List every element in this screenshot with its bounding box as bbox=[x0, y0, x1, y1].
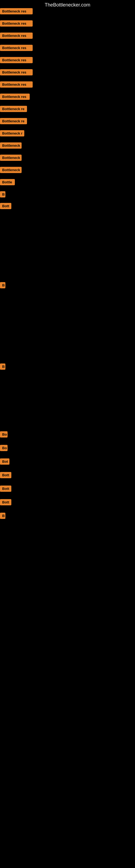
bottleneck-button-btn3[interactable]: Bottleneck res bbox=[0, 33, 33, 39]
bottleneck-button-btn23[interactable]: Bott bbox=[0, 472, 11, 478]
bottleneck-button-btn8[interactable]: Bottleneck res bbox=[0, 94, 30, 100]
bottleneck-button-btn15[interactable]: Bottle bbox=[0, 179, 15, 185]
bottleneck-button-btn2[interactable]: Bottleneck res bbox=[0, 20, 33, 27]
bottleneck-button-btn9[interactable]: Bottleneck re bbox=[0, 106, 27, 112]
bottleneck-button-btn14[interactable]: Bottleneck bbox=[0, 167, 21, 173]
bottleneck-button-btn1[interactable]: Bottleneck res bbox=[0, 8, 33, 14]
bottleneck-button-btn7[interactable]: Bottleneck res bbox=[0, 82, 33, 88]
bottleneck-button-btn18[interactable]: B bbox=[0, 282, 5, 288]
bottleneck-button-btn11[interactable]: Bottleneck r bbox=[0, 130, 24, 136]
bottleneck-button-btn26[interactable]: B bbox=[0, 513, 5, 519]
bottleneck-button-btn10[interactable]: Bottleneck re bbox=[0, 118, 27, 124]
site-title: TheBottlenecker.com bbox=[0, 0, 135, 9]
bottleneck-button-btn12[interactable]: Bottleneck bbox=[0, 143, 21, 149]
bottleneck-button-btn20[interactable]: Bo bbox=[0, 431, 8, 437]
bottleneck-button-btn24[interactable]: Bott bbox=[0, 486, 11, 492]
bottleneck-button-btn19[interactable]: B bbox=[0, 364, 5, 370]
bottleneck-button-btn16[interactable]: B bbox=[0, 191, 5, 197]
bottleneck-button-btn22[interactable]: Bot bbox=[0, 458, 9, 465]
bottleneck-button-btn6[interactable]: Bottleneck res bbox=[0, 69, 33, 75]
bottleneck-button-btn4[interactable]: Bottleneck res bbox=[0, 45, 33, 51]
bottleneck-button-btn5[interactable]: Bottleneck res bbox=[0, 57, 33, 63]
bottleneck-button-btn25[interactable]: Bott bbox=[0, 499, 11, 505]
bottleneck-button-btn21[interactable]: Bo bbox=[0, 445, 8, 451]
bottleneck-button-btn13[interactable]: Bottleneck bbox=[0, 155, 21, 161]
bottleneck-button-btn17[interactable]: Bott bbox=[0, 203, 11, 209]
